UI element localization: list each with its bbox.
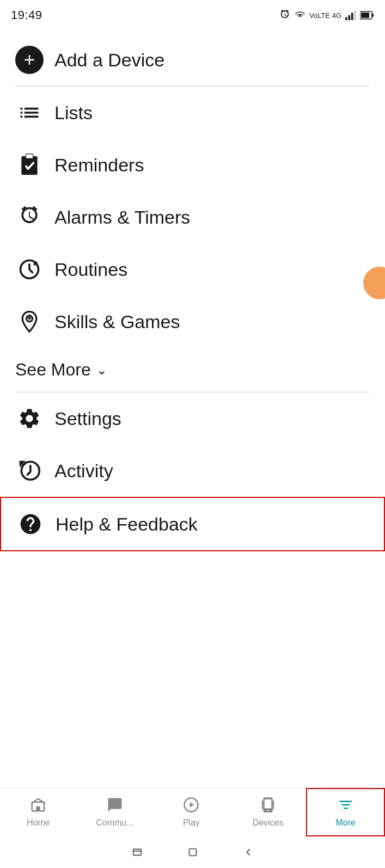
wifi-icon bbox=[294, 9, 306, 21]
gear-icon bbox=[17, 407, 41, 430]
nav-home-label: Home bbox=[27, 818, 50, 828]
routines-icon bbox=[15, 255, 44, 284]
clipboard-check-icon bbox=[17, 153, 41, 177]
skills-icon bbox=[15, 307, 44, 336]
add-device-icon-wrapper bbox=[15, 46, 44, 74]
status-bar: 19:49 VoLTE 4G bbox=[0, 0, 385, 28]
add-device-label: Add a Device bbox=[54, 50, 164, 71]
alarms-label: Alarms & Timers bbox=[54, 207, 190, 228]
alarm-icon bbox=[279, 9, 291, 21]
help-icon bbox=[16, 510, 45, 538]
activity-label: Activity bbox=[54, 460, 113, 482]
signal-icon bbox=[345, 10, 357, 20]
svg-rect-14 bbox=[36, 807, 41, 811]
play-icon bbox=[183, 797, 199, 815]
alarms-item[interactable]: Alarms & Timers bbox=[0, 191, 385, 243]
reminders-label: Reminders bbox=[54, 155, 144, 176]
skills-item[interactable]: Skills & Games bbox=[0, 296, 385, 348]
help-label: Help & Feedback bbox=[56, 514, 198, 535]
svg-rect-1 bbox=[345, 17, 347, 20]
nav-play[interactable]: Play bbox=[153, 788, 230, 836]
svg-rect-7 bbox=[361, 13, 369, 18]
home-icon bbox=[30, 797, 46, 815]
nav-community[interactable]: Commu... bbox=[77, 788, 154, 836]
nav-community-label: Commu... bbox=[96, 818, 133, 828]
nav-more[interactable]: More bbox=[306, 788, 385, 836]
activity-item[interactable]: Activity bbox=[0, 445, 385, 497]
system-nav-bar bbox=[0, 836, 385, 868]
nav-home[interactable]: Home bbox=[0, 788, 77, 836]
lists-svg-icon bbox=[17, 101, 41, 125]
sys-home-icon bbox=[187, 846, 199, 858]
nav-more-label: More bbox=[335, 818, 355, 828]
alarm-clock-icon bbox=[17, 205, 41, 229]
routines-label: Routines bbox=[54, 259, 127, 280]
settings-item[interactable]: Settings bbox=[0, 392, 385, 445]
help-feedback-item[interactable]: Help & Feedback bbox=[0, 497, 385, 551]
skills-badge-icon bbox=[17, 310, 41, 334]
lists-item[interactable]: Lists bbox=[0, 87, 385, 139]
svg-rect-4 bbox=[354, 10, 356, 20]
svg-rect-6 bbox=[372, 14, 374, 17]
settings-label: Settings bbox=[54, 408, 121, 429]
routines-clock-icon bbox=[17, 257, 41, 281]
reminders-item[interactable]: Reminders bbox=[0, 139, 385, 191]
nav-play-label: Play bbox=[183, 818, 200, 828]
svg-rect-10 bbox=[26, 154, 33, 158]
recent-apps-icon bbox=[131, 846, 143, 858]
reminders-icon bbox=[15, 151, 44, 179]
skills-label: Skills & Games bbox=[54, 311, 180, 333]
more-icon bbox=[338, 797, 354, 815]
sys-nav-back[interactable] bbox=[242, 846, 254, 858]
menu-container: Add a Device Lists Reminders bbox=[0, 34, 385, 551]
status-time: 19:49 bbox=[11, 8, 42, 22]
svg-rect-2 bbox=[349, 15, 351, 20]
nav-devices-label: Devices bbox=[253, 818, 284, 828]
activity-icon bbox=[15, 457, 44, 485]
status-icons: VoLTE 4G bbox=[279, 9, 374, 21]
volte-indicator: VoLTE 4G bbox=[309, 11, 341, 20]
lists-label: Lists bbox=[54, 102, 93, 124]
back-icon bbox=[242, 846, 254, 858]
alarms-icon bbox=[15, 203, 44, 231]
sys-nav-recent[interactable] bbox=[131, 846, 143, 858]
see-more-button[interactable]: See More ⌄ bbox=[0, 348, 385, 392]
bottom-nav: Home Commu... Play Devices bbox=[0, 787, 385, 836]
plus-icon bbox=[21, 52, 38, 68]
community-icon bbox=[107, 797, 123, 815]
svg-rect-17 bbox=[133, 849, 141, 855]
chevron-down-icon: ⌄ bbox=[96, 362, 107, 378]
add-device-item[interactable]: Add a Device bbox=[0, 34, 385, 86]
battery-icon bbox=[360, 11, 374, 20]
lists-icon bbox=[15, 99, 44, 127]
svg-rect-19 bbox=[189, 849, 196, 856]
settings-icon bbox=[15, 404, 44, 433]
help-svg-icon bbox=[19, 512, 42, 536]
devices-icon bbox=[260, 797, 276, 815]
svg-marker-16 bbox=[190, 802, 194, 808]
routines-item[interactable]: Routines bbox=[0, 243, 385, 296]
sys-nav-home[interactable] bbox=[187, 846, 199, 858]
add-device-icon bbox=[15, 46, 44, 74]
nav-devices[interactable]: Devices bbox=[230, 788, 307, 836]
svg-rect-8 bbox=[21, 156, 37, 175]
svg-rect-3 bbox=[351, 13, 353, 21]
activity-history-icon bbox=[17, 459, 41, 483]
see-more-label: See More bbox=[15, 360, 91, 380]
